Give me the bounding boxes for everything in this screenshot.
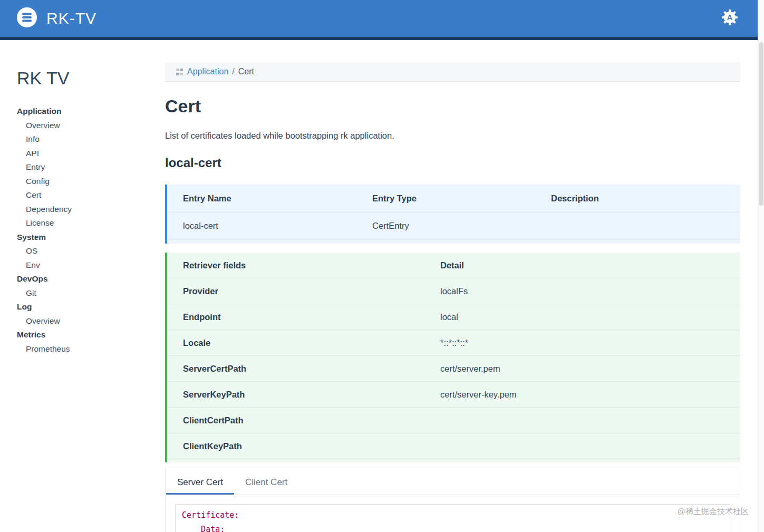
brand[interactable]: RK-TV [17, 7, 96, 30]
breadcrumb-separator: / [232, 67, 234, 76]
table-cell: localFs [424, 278, 740, 304]
table-header-row: Entry NameEntry TypeDescription [167, 185, 740, 212]
section-title: local-cert [165, 155, 740, 171]
sidebar-section-system[interactable]: System [17, 230, 158, 245]
app-logo-icon [17, 7, 37, 30]
column-header-retriever-fields: Retriever fields [167, 253, 424, 278]
tab-row: Server CertClient Cert [166, 468, 740, 495]
sidebar-section-devops[interactable]: DevOps [17, 272, 158, 286]
code-line: Certificate: [182, 508, 723, 523]
table-row: Endpointlocal [167, 304, 740, 330]
column-header-description: Description [535, 185, 740, 212]
page-title: Cert [165, 96, 740, 116]
sidebar-item-env[interactable]: Env [17, 258, 158, 273]
sidebar-item-license[interactable]: License [17, 216, 158, 230]
breadcrumb-current: Cert [238, 67, 254, 76]
table-cell: ClientKeyPath [167, 433, 424, 459]
table-cell: cert/server-key.pem [424, 382, 740, 407]
sidebar-item-dependency[interactable]: Dependency [17, 202, 158, 217]
navbar-underline [0, 37, 758, 40]
table-header-row: Retriever fieldsDetail [167, 253, 740, 278]
table-row: ServerKeyPathcert/server-key.pem [167, 382, 740, 408]
table-row: Locale*::*::*::* [167, 330, 740, 356]
table-row: ClientCertPath [167, 408, 740, 433]
main-content: Application / Cert Cert List of certific… [165, 40, 740, 532]
table-cell: ServerKeyPath [167, 382, 424, 407]
breadcrumb-link[interactable]: Application [187, 67, 228, 76]
table-cell [424, 439, 740, 453]
sidebar-item-prometheus[interactable]: Prometheus [17, 342, 158, 356]
brand-title: RK-TV [46, 9, 96, 27]
table-cell: Endpoint [167, 304, 424, 330]
sidebar: RK TV ApplicationOverviewInfoAPIEntryCon… [0, 40, 158, 356]
retriever-table: Retriever fieldsDetailProviderlocalFsEnd… [165, 253, 740, 462]
entry-table: Entry NameEntry TypeDescriptionlocal-cer… [165, 185, 740, 244]
watermark: @稀土掘金技术社区 [678, 507, 749, 517]
column-header-entry-type: Entry Type [356, 185, 535, 212]
table-cell: ServerCertPath [167, 356, 424, 381]
breadcrumb: Application / Cert [165, 62, 740, 82]
svg-text:A: A [727, 13, 733, 22]
navbar-actions: A [722, 9, 738, 27]
table-cell [535, 218, 740, 234]
table-cell: local-cert [167, 212, 356, 239]
table-row: ClientKeyPath [167, 433, 740, 459]
sidebar-item-cert[interactable]: Cert [17, 188, 158, 202]
sidebar-item-git[interactable]: Git [17, 286, 158, 301]
table-cell: Provider [167, 278, 424, 304]
table-cell: local [424, 304, 740, 330]
sidebar-item-overview[interactable]: Overview [17, 119, 158, 133]
tab-server-cert[interactable]: Server Cert [166, 468, 234, 495]
auto-theme-icon[interactable]: A [722, 9, 738, 27]
scrollbar[interactable] [758, 0, 764, 532]
table-cell: ClientCertPath [167, 408, 424, 433]
table-cell: cert/server.pem [424, 356, 740, 381]
sidebar-section-application[interactable]: Application [17, 104, 158, 119]
table-row: ServerCertPathcert/server.pem [167, 356, 740, 382]
column-header-detail: Detail [424, 253, 740, 278]
sidebar-section-log[interactable]: Log [17, 300, 158, 314]
table-row: ProviderlocalFs [167, 278, 740, 304]
scrollbar-thumb[interactable] [759, 42, 763, 206]
column-header-entry-name: Entry Name [167, 185, 356, 212]
sidebar-item-overview[interactable]: Overview [17, 314, 158, 328]
navbar: RK-TV A [0, 0, 758, 37]
table-row: local-certCertEntry [167, 212, 740, 239]
sidebar-item-entry[interactable]: Entry [17, 160, 158, 175]
tab-client-cert[interactable]: Client Cert [234, 468, 298, 495]
sidebar-title: RK TV [17, 67, 158, 89]
code-line: Data: [182, 523, 723, 532]
cert-tab-panel: Server CertClient Cert Certificate: Data… [165, 468, 740, 532]
sidebar-item-config[interactable]: Config [17, 175, 158, 189]
sidebar-section-metrics[interactable]: Metrics [17, 328, 158, 342]
certificate-code-block: Certificate: Data: [175, 504, 730, 532]
sidebar-item-os[interactable]: OS [17, 244, 158, 258]
table-cell: *::*::*::* [424, 330, 740, 355]
sidebar-item-info[interactable]: Info [17, 132, 158, 147]
sidebar-nav: ApplicationOverviewInfoAPIEntryConfigCer… [17, 104, 158, 356]
sidebar-item-api[interactable]: API [17, 147, 158, 161]
sitemap-icon [176, 68, 183, 76]
table-cell: Locale [167, 330, 424, 355]
page-description: List of certificates loaded while bootst… [165, 130, 740, 141]
table-cell [424, 413, 740, 428]
table-cell: CertEntry [356, 212, 535, 239]
